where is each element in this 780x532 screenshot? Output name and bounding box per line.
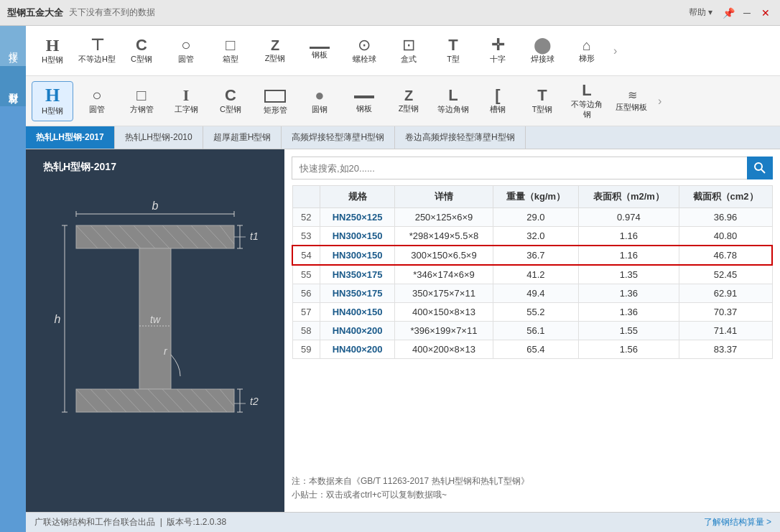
t-type-label: T型 [447,55,460,64]
diagram-title: 热轧H型钢-2017 [37,161,116,174]
tool-square-pipe[interactable]: □ 方钢管 [121,81,162,121]
tool-channel[interactable]: [ 槽钢 [477,81,519,121]
tabs-row: 热轧LH型钢-2017 热轧LH型钢-2010 超厚超重H型钢 高频焊接轻型薄壁… [26,126,780,149]
rect-pipe-icon [264,90,286,103]
h-steel-label: H型钢 [42,106,63,116]
tool-box-type[interactable]: □ 箱型 [210,31,251,71]
tool-h-steel[interactable]: H H型钢 [32,81,73,121]
sidebar-item-material[interactable]: 型材 [0,66,26,106]
help-button[interactable]: 帮助 ▾ [684,5,717,20]
table-wrapper[interactable]: 规格 详情 重量（kg/m） 表面积（m2/m） 截面积（cm2） 52 HN2… [292,185,773,466]
tool-cross[interactable]: ✛ 十字 [477,31,519,71]
pin-button[interactable]: 📌 [721,6,735,20]
table-row[interactable]: 57 HN400×150 400×150×8×13 55.2 1.36 70.3… [292,303,772,322]
unequal-h-label: 不等边H型 [78,55,116,64]
toolbar-material: H H型钢 ○ 圆管 □ 方钢管 I 工字钢 C C型钢 矩形管 [26,76,780,126]
app-subtitle: 天下没有查不到的数据 [69,6,155,19]
tool-box2[interactable]: ⊡ 盒式 [388,31,430,71]
tool-t-type[interactable]: T T型 [432,31,474,71]
sidebar-item-welding[interactable]: 焊接 [0,26,26,66]
cell-detail: *396×199×7×11 [395,322,493,340]
cell-area: 40.80 [679,227,772,246]
weld-ball-label: 焊接球 [531,55,554,64]
tab-hot-roll-2017[interactable]: 热轧LH型钢-2017 [26,126,115,149]
app-footer: 广联达钢结构和工作台联合出品 | 版本号:1.2.0.38 了解钢结构算量 > [26,512,780,532]
channel-icon: [ [495,88,500,103]
toolbar1-arrow[interactable]: › [610,45,620,57]
round-pipe-label: 圆管 [89,105,105,114]
h-steel-icon: H [45,86,60,105]
diagram-panel: 热轧H型钢-2017 [26,149,284,512]
toolbar-welding: H H型钢 ⊤ 不等边H型 C C型钢 ○ 圆管 □ 箱型 Z Z型钢 [26,26,780,76]
i-beam-label: 工字钢 [175,105,198,114]
round-steel-label: 圆钢 [312,105,328,114]
col-surface: 表面积（m2/m） [579,186,679,208]
cell-surface: 1.55 [579,322,679,340]
table-row[interactable]: 54 HN300×150 300×150×6.5×9 36.7 1.16 46.… [292,246,772,265]
minimize-button[interactable]: ─ [740,6,754,20]
tool-rect-pipe[interactable]: 矩形管 [254,81,296,121]
table-row[interactable]: 52 HN250×125 250×125×6×9 29.0 0.974 36.9… [292,208,772,227]
tool-weld-ball[interactable]: ⬤ 焊接球 [521,31,563,71]
tool-z-type[interactable]: Z Z型钢 [254,31,296,71]
tool-h-type[interactable]: H H型钢 [32,31,73,71]
z-type-label: Z型钢 [265,54,286,63]
data-panel: 规格 详情 重量（kg/m） 表面积（m2/m） 截面积（cm2） 52 HN2… [284,149,780,512]
table-row[interactable]: 59 HN400×200 400×200×8×13 65.4 1.56 83.3… [292,340,772,359]
tool-circle-pipe[interactable]: ○ 圆管 [165,31,207,71]
cell-spec: HN250×125 [320,208,394,227]
tool-unequal-h[interactable]: ⊤ 不等边H型 [76,31,118,71]
col-detail: 详情 [395,186,493,208]
cell-weight: 49.4 [493,284,578,303]
app-footer-right[interactable]: 了解钢结构算量 > [704,516,771,528]
tab-edge-weld[interactable]: 卷边高频焊接轻型薄壁H型钢 [395,126,526,149]
tool-round-pipe[interactable]: ○ 圆管 [76,81,118,121]
round-steel-icon: ● [315,88,324,103]
cell-surface: 1.16 [579,227,679,246]
cell-spec: HN400×200 [320,340,394,359]
tool-unequal-angle[interactable]: L 不等边角钢 [566,81,608,121]
steel-plate-icon [310,47,330,49]
tool-round-steel[interactable]: ● 圆钢 [299,81,340,121]
table-row[interactable]: 55 HN350×175 *346×174×6×9 41.2 1.35 52.4… [292,265,772,284]
tab-hot-roll-2010[interactable]: 热轧LH型钢-2010 [115,126,203,149]
trapezoid-label: 梯形 [579,54,595,63]
equal-angle-icon: L [448,88,458,103]
toolbar2-arrow[interactable]: › [655,95,664,108]
equal-angle-label: 等边角钢 [437,105,469,114]
cell-spec: HN400×200 [320,322,394,340]
tool-c-steel[interactable]: C C型钢 [210,81,251,121]
tab-high-freq[interactable]: 高频焊接轻型薄壁H型钢 [282,126,395,149]
search-button[interactable] [747,157,773,179]
table-row[interactable]: 58 HN400×200 *396×199×7×11 56.1 1.55 71.… [292,322,772,340]
close-button[interactable]: ✕ [758,6,773,20]
tool-c-type[interactable]: C C型钢 [121,31,162,71]
tool-t-steel[interactable]: T T型钢 [521,81,563,121]
col-spec: 规格 [320,186,394,208]
tool-equal-angle[interactable]: L 等边角钢 [432,81,474,121]
unequal-h-icon: ⊤ [90,37,104,53]
cell-spec: HN350×175 [320,265,394,284]
tab-super-heavy[interactable]: 超厚超重H型钢 [203,126,282,149]
tool-steel-plate2[interactable]: 钢板 [343,81,385,121]
table-row[interactable]: 56 HN350×175 350×175×7×11 49.4 1.36 62.9… [292,284,772,303]
tool-bolt-ball[interactable]: ⊙ 螺栓球 [343,31,385,71]
tool-i-beam[interactable]: I 工字钢 [165,81,207,121]
tool-steel-plate[interactable]: 钢板 [299,31,340,71]
h-beam-diagram: b h t1 tw r [47,182,263,455]
svg-text:t2: t2 [250,396,259,407]
tool-trapezoid[interactable]: ⌂ 梯形 [566,31,608,71]
circle-pipe-icon: ○ [181,37,190,53]
cell-detail: 250×125×6×9 [395,208,493,227]
svg-text:h: h [55,313,61,325]
press-plate-label: 压型钢板 [616,103,647,112]
search-input[interactable] [292,157,747,179]
cell-area: 83.37 [679,340,772,359]
search-icon [754,162,766,174]
svg-text:t1: t1 [250,230,259,242]
tool-press-plate[interactable]: ≋ 压型钢板 [610,81,652,121]
square-pipe-label: 方钢管 [130,105,154,114]
table-row[interactable]: 53 HN300×150 *298×149×5.5×8 32.0 1.16 40… [292,227,772,246]
svg-line-48 [761,169,765,173]
tool-z-steel[interactable]: Z Z型钢 [388,81,430,121]
